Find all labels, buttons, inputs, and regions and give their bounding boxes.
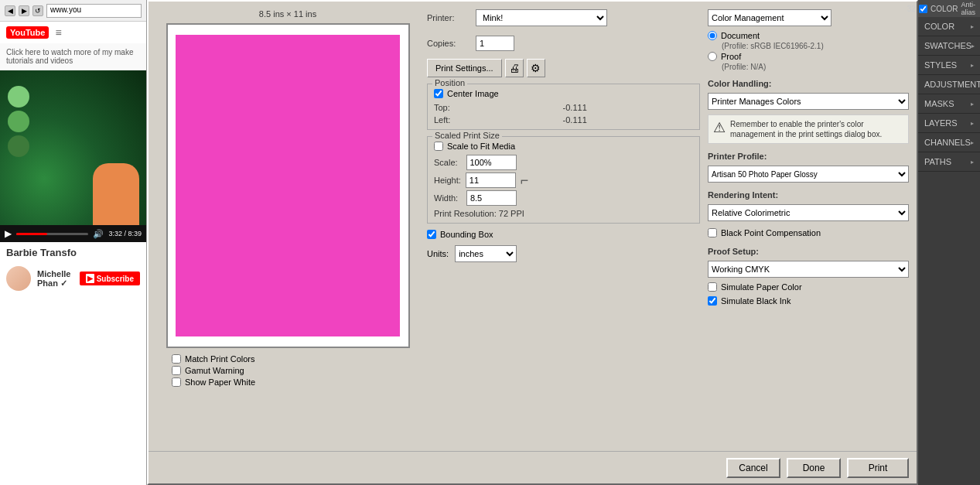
scale-to-fit-checkbox[interactable] bbox=[434, 142, 443, 151]
bounding-box-row: Bounding Box bbox=[427, 230, 700, 239]
height-label: Height: bbox=[434, 176, 461, 185]
color-management-select[interactable]: Color Management bbox=[708, 9, 831, 26]
preview-image bbox=[176, 35, 400, 336]
proof-radio[interactable] bbox=[708, 52, 717, 61]
ps-value: 32 bbox=[907, 5, 916, 13]
height-row: Height: ⌐ bbox=[434, 172, 528, 188]
document-radio[interactable] bbox=[708, 31, 717, 40]
back-button[interactable]: ◀ bbox=[5, 5, 15, 16]
simulate-black-checkbox[interactable] bbox=[708, 296, 717, 306]
gamut-warning-checkbox[interactable] bbox=[172, 366, 181, 375]
yt-menu-icon[interactable]: ≡ bbox=[55, 26, 61, 39]
channel-name-area: Michelle Phan ✓ bbox=[37, 269, 73, 289]
print-settings-button[interactable]: Print Settings... bbox=[427, 59, 502, 77]
sidebar-item-paths[interactable]: PATHS ▸ bbox=[918, 152, 980, 172]
position-grid: Top: -0.111 Left: -0.111 bbox=[434, 103, 693, 125]
youtube-panel: ◀ ▶ ↺ www.you YouTube ≡ Click here to wa… bbox=[0, 0, 147, 485]
scale-to-fit-row: Scale to Fit Media bbox=[434, 142, 693, 151]
simulate-paper-label: Simulate Paper Color bbox=[721, 282, 802, 292]
done-button[interactable]: Done bbox=[787, 458, 841, 478]
units-label: Units: bbox=[427, 249, 449, 258]
verified-icon: ✓ bbox=[60, 278, 67, 288]
units-select[interactable]: inches cm mm points picas bbox=[455, 245, 517, 262]
subscribe-button[interactable]: ▶ Subscribe bbox=[80, 272, 140, 285]
width-input[interactable] bbox=[466, 190, 517, 206]
simulate-paper-checkbox[interactable] bbox=[708, 282, 717, 292]
position-group: Position Center Image Top: -0.111 Left: … bbox=[427, 84, 700, 130]
channel-name: Michelle Phan ✓ bbox=[37, 269, 73, 289]
center-image-checkbox[interactable] bbox=[434, 89, 443, 98]
show-paper-white-row: Show Paper White bbox=[172, 377, 255, 387]
sidebar-item-color[interactable]: COLOR ▸ bbox=[918, 17, 980, 36]
swatches-panel-label: SWATCHES bbox=[924, 41, 971, 50]
top-value: -0.111 bbox=[563, 103, 693, 112]
time-display: 3:32 / 8:39 bbox=[108, 230, 142, 237]
play-button[interactable]: ▶ bbox=[5, 228, 12, 239]
paths-expand-icon: ▸ bbox=[971, 159, 974, 166]
browser-bar: ◀ ▶ ↺ www.you bbox=[0, 0, 146, 22]
units-row: Units: inches cm mm points picas bbox=[427, 245, 700, 262]
progress-bar[interactable] bbox=[16, 233, 88, 235]
channel-avatar bbox=[6, 266, 31, 291]
copies-input[interactable] bbox=[476, 36, 514, 51]
resolution-text: Print Resolution: 72 PPI bbox=[434, 209, 693, 218]
width-label: Width: bbox=[434, 193, 462, 203]
gamut-warning-row: Gamut Warning bbox=[172, 366, 255, 375]
sidebar-item-layers[interactable]: LAYERS ▸ bbox=[918, 114, 980, 133]
video-thumbnail[interactable] bbox=[0, 70, 147, 225]
warning-text: Remember to enable the printer's color m… bbox=[730, 119, 903, 139]
settings-icon-btn[interactable]: ⚙ bbox=[527, 59, 545, 77]
scale-input[interactable] bbox=[466, 155, 517, 170]
channels-panel-label: CHANNELS bbox=[924, 138, 971, 147]
simulate-paper-row: Simulate Paper Color bbox=[708, 282, 909, 292]
match-print-colors-row: Match Print Colors bbox=[172, 354, 255, 364]
match-print-colors-checkbox[interactable] bbox=[172, 354, 181, 364]
video-title: Barbie Transfo bbox=[0, 242, 146, 263]
sidebar-item-masks[interactable]: MASKS ▸ bbox=[918, 94, 980, 114]
bpc-row: Black Point Compensation bbox=[708, 228, 909, 237]
height-input[interactable] bbox=[466, 172, 516, 188]
warning-box: ⚠ Remember to enable the printer's color… bbox=[708, 114, 909, 144]
sidebar-item-channels[interactable]: CHANNELS ▸ bbox=[918, 133, 980, 152]
paths-panel-label: PATHS bbox=[924, 157, 951, 166]
sidebar-item-swatches[interactable]: SWATCHES ▸ bbox=[918, 36, 980, 56]
hand-decoration bbox=[93, 163, 139, 225]
sidebar-item-adjustments[interactable]: ADJUSTMENTS ▸ bbox=[918, 75, 980, 94]
scale-to-fit-label: Scale to Fit Media bbox=[447, 142, 515, 151]
styles-expand-icon: ▸ bbox=[971, 62, 974, 69]
print-settings-btn-row: Print Settings... 🖨 ⚙ bbox=[427, 59, 700, 77]
position-group-label: Position bbox=[432, 78, 467, 87]
color-management-panel: Color Management Document (Profile: sRGB… bbox=[708, 9, 909, 443]
printer-icon-btn[interactable]: 🖨 bbox=[505, 59, 524, 77]
refresh-button[interactable]: ↺ bbox=[32, 5, 43, 16]
preview-checkboxes: Match Print Colors Gamut Warning Show Pa… bbox=[172, 354, 255, 387]
proof-setup-select[interactable]: Working CMYK bbox=[708, 261, 909, 278]
show-paper-white-checkbox[interactable] bbox=[172, 377, 181, 387]
masks-panel-label: MASKS bbox=[924, 99, 954, 108]
antialias-checkbox[interactable] bbox=[919, 5, 927, 13]
copies-label: Copies: bbox=[427, 39, 470, 48]
print-button[interactable]: Print bbox=[847, 458, 909, 478]
cancel-button[interactable]: Cancel bbox=[726, 458, 780, 478]
bounding-box-checkbox[interactable] bbox=[427, 230, 436, 239]
address-bar[interactable]: www.you bbox=[46, 4, 142, 18]
scaled-print-size-group: Scaled Print Size Scale to Fit Media Sca… bbox=[427, 136, 700, 224]
bpc-checkbox[interactable] bbox=[708, 228, 717, 237]
printer-profile-select[interactable]: Artisan 50 Photo Paper Glossy bbox=[708, 166, 909, 183]
color-panel-label: COLOR bbox=[924, 22, 954, 31]
cm-header: Color Management bbox=[708, 9, 909, 26]
yt-logo[interactable]: YouTube bbox=[6, 26, 49, 39]
channels-expand-icon: ▸ bbox=[971, 139, 974, 146]
rendering-intent-select[interactable]: Relative Colorimetric bbox=[708, 204, 909, 221]
printer-select[interactable]: Mink! bbox=[476, 9, 607, 26]
color-handling-select[interactable]: Printer Manages Colors bbox=[708, 93, 909, 110]
yt-promo: Click here to watch more of my make tuto… bbox=[0, 43, 146, 70]
print-settings-panel: Printer: Mink! Copies: Print Settings...… bbox=[427, 9, 700, 443]
circles-decoration bbox=[8, 86, 29, 160]
styles-panel-label: STYLES bbox=[924, 60, 957, 70]
channel-info: Michelle Phan ✓ ▶ Subscribe bbox=[0, 263, 146, 294]
forward-button[interactable]: ▶ bbox=[19, 5, 29, 16]
volume-button[interactable]: 🔊 bbox=[93, 229, 104, 239]
sidebar-item-styles[interactable]: STYLES ▸ bbox=[918, 56, 980, 75]
center-image-label: Center Image bbox=[447, 89, 499, 98]
